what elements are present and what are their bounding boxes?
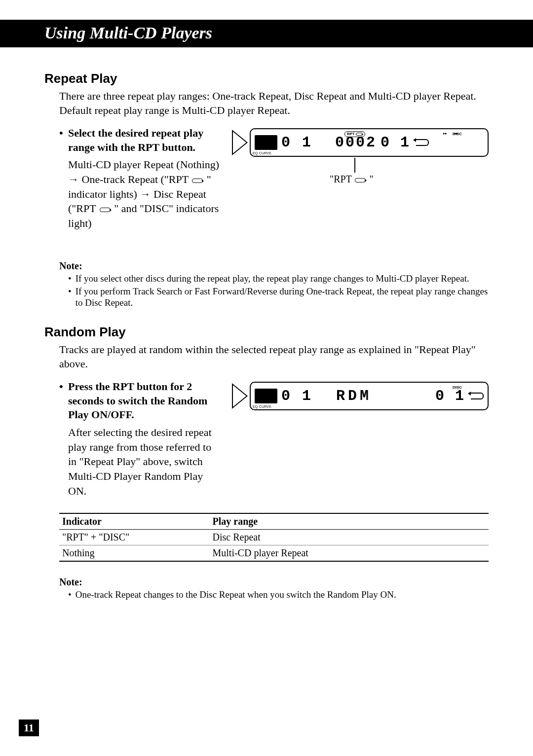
table-row: "RPT" + "DISC" Disc Repeat	[59, 530, 489, 545]
loop-icon	[100, 208, 111, 212]
repeat-step-heading: • Select the desired repeat play range w…	[59, 126, 222, 154]
random-notes: One-track Repeat changes to the Disc Rep…	[68, 589, 489, 601]
section-heading-repeat: Repeat Play	[44, 71, 489, 86]
lcd-left: 0 1	[281, 134, 312, 151]
random-step-text: • Press the RPT button for 2 seconds to …	[59, 380, 222, 498]
note-item: If you select other discs during the rep…	[68, 273, 489, 285]
disc-indicator: DISC	[453, 385, 462, 390]
indicator-table-wrap: Indicator Play range "RPT" + "DISC" Disc…	[59, 513, 489, 562]
eq-curve-icon	[255, 389, 277, 403]
disc-indicator: DISC	[453, 132, 462, 136]
repeat-display-col: 0 1 RPT ▸▸▸▸ 0002 DISC 0 1 "RPT "	[232, 126, 489, 231]
repeat-intro: There are three repeat play ranges: One-…	[59, 89, 489, 117]
th-indicator: Indicator	[59, 513, 210, 530]
callout-label: "RPT	[330, 174, 354, 184]
callout-line	[354, 158, 355, 173]
page-content: Repeat Play There are three repeat play …	[0, 47, 533, 601]
random-step-row: • Press the RPT button for 2 seconds to …	[59, 380, 489, 498]
note-heading: Note:	[59, 576, 489, 588]
table-row: Nothing Multi-CD player Repeat	[59, 545, 489, 562]
cell-playrange: Disc Repeat	[210, 530, 489, 545]
page-number: 11	[19, 720, 39, 736]
page-header: Using Multi-CD Players	[0, 20, 533, 47]
lcd-wrap: 0 1 RDM DISC 0 1	[232, 382, 489, 410]
lcd-left: 0 1	[281, 388, 312, 404]
callout-text: "RPT "	[330, 174, 374, 185]
cell-indicator: "RPT" + "DISC"	[59, 530, 210, 545]
eq-curve-icon	[255, 135, 277, 150]
note-text: One-track Repeat changes to the Disc Rep…	[76, 589, 396, 601]
cell-indicator: Nothing	[59, 545, 210, 562]
repeat-step-text: • Select the desired repeat play range w…	[59, 126, 222, 231]
section-heading-random: Random Play	[44, 324, 489, 340]
note-item: One-track Repeat changes to the Disc Rep…	[68, 589, 489, 601]
callout-close: "	[367, 174, 373, 184]
lcd-wrap: 0 1 RPT ▸▸▸▸ 0002 DISC 0 1	[232, 128, 489, 157]
repeat-notes: If you select other discs during the rep…	[68, 273, 489, 309]
repeat-icon	[471, 393, 484, 399]
lcd-mid: RDM	[336, 388, 372, 404]
cell-playrange: Multi-CD player Repeat	[210, 545, 489, 562]
lcd-right: 0 1	[381, 134, 410, 151]
random-step-heading-text: Press the RPT button for 2 seconds to sw…	[68, 380, 222, 422]
repeat-icon	[416, 139, 429, 146]
lcd-right: 0 1	[435, 388, 465, 404]
note-text: If you select other discs during the rep…	[76, 273, 469, 285]
note-item: If you perform Track Search or Fast Forw…	[68, 286, 489, 309]
th-playrange: Play range	[210, 513, 489, 530]
random-step-heading: • Press the RPT button for 2 seconds to …	[59, 380, 222, 422]
repeat-step-body: Multi-CD player Repeat (Nothing) → One-t…	[68, 157, 222, 230]
note-heading: Note:	[59, 260, 489, 272]
repeat-step-row: • Select the desired repeat play range w…	[59, 126, 489, 231]
random-step-body: After selecting the desired repeat play …	[68, 425, 222, 498]
bullet-icon: •	[59, 380, 68, 422]
play-triangle-icon	[232, 383, 248, 409]
bullet-icon: •	[59, 126, 68, 154]
play-triangle-icon	[232, 130, 248, 155]
rpt-indicator: RPT	[344, 131, 365, 137]
lcd-display: 0 1 RDM DISC 0 1	[250, 382, 489, 410]
random-intro: Tracks are played at random within the s…	[59, 343, 489, 371]
loop-icon	[192, 179, 203, 183]
header-title: Using Multi-CD Players	[44, 24, 212, 42]
note-text: If you perform Track Search or Fast Forw…	[76, 286, 489, 309]
repeat-step-heading-text: Select the desired repeat play range wit…	[68, 126, 222, 154]
loop-icon	[356, 133, 363, 136]
rpt-text: RPT	[347, 132, 355, 137]
loop-icon	[355, 178, 366, 182]
indicator-table: Indicator Play range "RPT" + "DISC" Disc…	[59, 513, 489, 562]
random-display-col: 0 1 RDM DISC 0 1	[232, 380, 489, 498]
lcd-display: 0 1 RPT ▸▸▸▸ 0002 DISC 0 1	[250, 128, 489, 157]
